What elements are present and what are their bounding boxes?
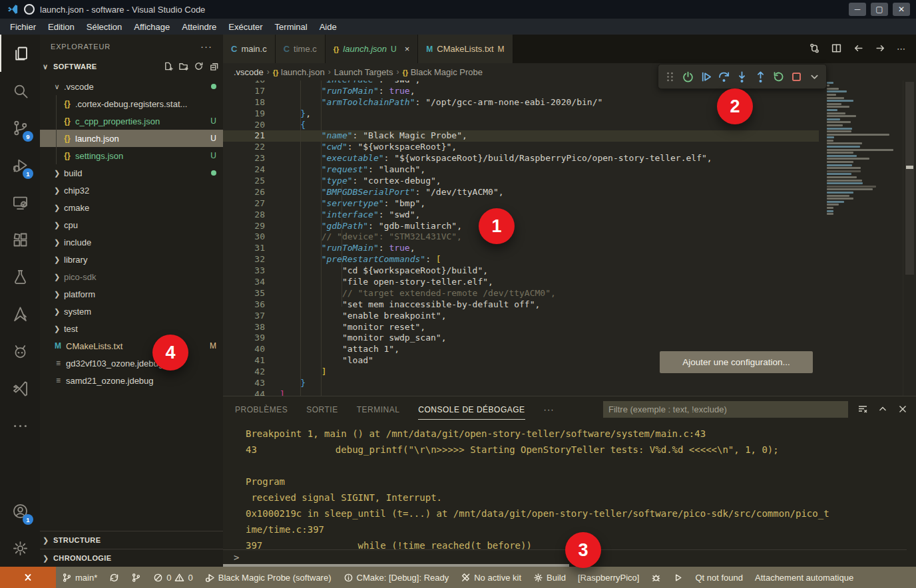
tree-item-cmake[interactable]: ❯cmake (40, 199, 223, 216)
activity-testing-icon[interactable] (0, 258, 40, 295)
status-sync[interactable] (103, 567, 125, 588)
status-remote-indicator[interactable] (0, 567, 56, 588)
debug-step-out-button[interactable] (753, 67, 768, 86)
menu-aide[interactable]: Aide (314, 19, 343, 35)
close-panel-icon[interactable] (897, 404, 908, 414)
close-tab-icon[interactable]: × (405, 44, 410, 54)
panel-more-icon[interactable]: ··· (544, 404, 555, 414)
section-chronologie[interactable]: ❯CHRONOLOGIE (40, 549, 223, 567)
tree-item-cortex-debug-registers-stat[interactable]: {}.cortex-debug.registers.stat... (40, 95, 223, 112)
breadcrumb-item-vscode[interactable]: .vscode (234, 67, 264, 77)
breadcrumb-item-black-magic-probe[interactable]: {} Black Magic Probe (402, 67, 483, 77)
activity-remote-explorer-icon[interactable] (0, 184, 40, 221)
status-problems[interactable]: 00 (147, 567, 198, 588)
new-folder-icon[interactable] (178, 61, 188, 73)
tab-launch-json[interactable]: {}launch.jsonU× (326, 35, 419, 63)
section-structure[interactable]: ❯STRUCTURE (40, 531, 223, 549)
status-qt[interactable]: Qt not found (689, 567, 749, 588)
tree-item-gd32vf103-ozone-jdebug[interactable]: ≡gd32vf103_ozone.jdebug (40, 355, 223, 372)
status-auto-attach[interactable]: Attachement automatique (749, 567, 859, 588)
tree-item-build[interactable]: ❯build (40, 164, 223, 182)
panel-tab-console-de-d-bogage[interactable]: CONSOLE DE DÉBOGAGE (418, 399, 525, 420)
code-editor[interactable]: 16 "interface": "swd",17 "runToMain": tr… (223, 80, 903, 396)
activity-account-icon[interactable]: 1 (0, 492, 40, 529)
panel-tab-sortie[interactable]: SORTIE (306, 399, 338, 420)
editor-scrollbar[interactable] (903, 80, 916, 396)
add-configuration-button[interactable]: Ajouter une configuration... (660, 351, 813, 373)
activity-search-icon[interactable] (0, 72, 40, 109)
activity-explorer-icon[interactable] (0, 35, 40, 72)
status-debug-icon-item[interactable] (645, 567, 667, 588)
panel-tab-probl-mes[interactable]: PROBLÈMES (235, 399, 288, 420)
close-button[interactable]: ✕ (893, 3, 910, 16)
debug-step-over-button[interactable] (716, 67, 732, 86)
tree-item-include[interactable]: ❯include (40, 233, 223, 251)
tab-time-c[interactable]: Ctime.c (276, 35, 326, 63)
maximize-button[interactable]: ▢ (871, 3, 888, 16)
activity-visual-studio-icon[interactable] (0, 370, 40, 407)
tree-item-library[interactable]: ❯library (40, 251, 223, 268)
tree-item-cpu[interactable]: ❯cpu (40, 216, 223, 233)
tree-item-samd21-ozone-jdebug[interactable]: ≡samd21_ozone.jdebug (40, 372, 223, 389)
status-debug-target[interactable]: Black Magic Probe (software) (199, 567, 338, 588)
status-git-branch[interactable]: main* (56, 567, 103, 588)
menu-ex-cuter[interactable]: Exécuter (222, 19, 268, 35)
tree-item-pico-sdk[interactable]: ❯pico-sdk (40, 268, 223, 285)
menu-fichier[interactable]: Fichier (4, 19, 42, 35)
sidebar-more-icon[interactable]: ··· (200, 41, 212, 52)
debug-continue-button[interactable] (698, 67, 714, 86)
status-cmake-status[interactable]: CMake: [Debug]: Ready (338, 567, 455, 588)
tree-item-platform[interactable]: ❯platform (40, 285, 223, 303)
tree-item-settings-json[interactable]: {}settings.jsonU (40, 147, 223, 164)
new-file-icon[interactable] (163, 61, 173, 73)
status-launch-target[interactable]: [RaspberryPico] (572, 567, 645, 588)
filter-icon[interactable] (857, 404, 868, 414)
menu-s-lection[interactable]: Sélection (81, 19, 128, 35)
tree-item-system[interactable]: ❯system (40, 303, 223, 320)
tree-item-c-cpp-properties-json[interactable]: {}c_cpp_properties.jsonU (40, 112, 223, 130)
status-kit[interactable]: No active kit (455, 567, 527, 588)
activity-debug-probe-icon[interactable] (0, 333, 40, 370)
go-back-icon[interactable] (853, 43, 864, 56)
breadcrumb-item-launch-json[interactable]: {} launch.json (273, 67, 325, 77)
menu-affichage[interactable]: Affichage (128, 19, 176, 35)
activity-extensions-icon[interactable] (0, 221, 40, 258)
tree-item-chip32[interactable]: ❯chip32 (40, 182, 223, 199)
collapse-all-icon[interactable] (209, 61, 219, 73)
debug-stop-button[interactable] (789, 67, 804, 86)
debug-drag-grip-button[interactable] (662, 67, 678, 86)
debug-step-into-button[interactable] (734, 67, 750, 86)
status-git-secondary[interactable] (125, 567, 147, 588)
activity-settings-icon[interactable] (0, 529, 40, 567)
menu-edition[interactable]: Edition (42, 19, 81, 35)
activity-cmake-tools-icon[interactable] (0, 295, 40, 333)
tree-item-test[interactable]: ❯test (40, 320, 223, 337)
split-editor-icon[interactable] (831, 43, 842, 56)
chevron-up-icon[interactable] (877, 404, 888, 414)
refresh-icon[interactable] (194, 61, 204, 73)
debug-power-button[interactable] (680, 67, 696, 86)
tree-item-cmakelists-txt[interactable]: MCMakeLists.txtM (40, 337, 223, 355)
workspace-section-header[interactable]: ∨ SOFTWARE (40, 58, 223, 75)
debug-more-button[interactable] (807, 67, 822, 86)
tree-item-vscode[interactable]: ∨.vscode (40, 78, 223, 95)
menu-terminal[interactable]: Terminal (269, 19, 314, 35)
activity-more-views-icon[interactable] (0, 407, 40, 444)
activity-source-control-icon[interactable]: 9 (0, 109, 40, 146)
menu-atteindre[interactable]: Atteindre (176, 19, 222, 35)
breadcrumb-item-launch-targets[interactable]: Launch Targets (334, 67, 393, 77)
minimize-button[interactable]: ─ (849, 3, 866, 16)
go-forward-icon[interactable] (875, 43, 886, 56)
status-build[interactable]: Build (527, 567, 572, 588)
panel-tab-terminal[interactable]: TERMINAL (357, 399, 400, 420)
minimap[interactable] (819, 80, 903, 396)
more-actions-icon[interactable]: ⋯ (897, 44, 907, 54)
console-filter-input[interactable] (603, 401, 848, 418)
tab-main-c[interactable]: Cmain.c (223, 35, 276, 63)
tab-cmakelists-txt[interactable]: MCMakeLists.txtM (418, 35, 513, 63)
debug-restart-button[interactable] (771, 67, 786, 86)
tree-item-launch-json[interactable]: {}launch.jsonU (40, 130, 223, 147)
status-run-icon-item[interactable] (667, 567, 689, 588)
activity-run-and-debug-icon[interactable]: 1 (0, 146, 40, 184)
open-changes-icon[interactable] (809, 43, 820, 56)
